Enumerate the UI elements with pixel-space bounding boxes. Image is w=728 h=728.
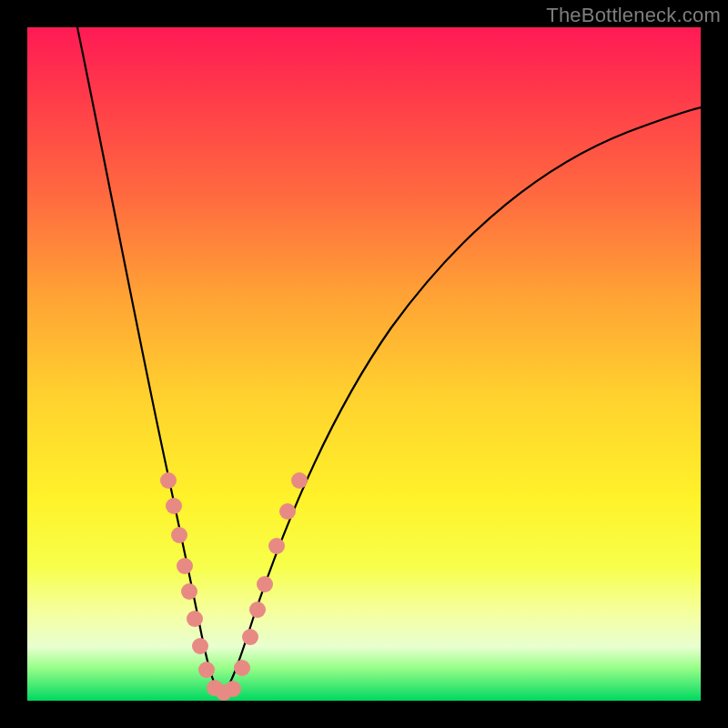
marker-dot <box>177 558 193 574</box>
curve-layer <box>27 27 701 701</box>
marker-dot <box>242 629 258 645</box>
marker-dot <box>234 660 250 676</box>
marker-dot <box>249 602 266 618</box>
marker-dot <box>279 503 296 520</box>
marker-dot <box>171 527 187 543</box>
marker-dot <box>187 611 203 627</box>
marker-dot <box>257 576 273 592</box>
marker-dot <box>166 498 182 514</box>
marker-dot <box>198 662 215 678</box>
bottleneck-curve-left <box>77 27 222 693</box>
marker-dot <box>160 472 177 489</box>
bottleneck-curve-right <box>222 107 701 693</box>
marker-dot <box>192 638 208 654</box>
watermark-text: TheBottleneck.com <box>546 4 721 27</box>
marker-dot <box>268 538 285 554</box>
plot-area <box>27 27 701 701</box>
curve-markers <box>160 472 308 701</box>
marker-dot <box>181 583 197 600</box>
marker-dot <box>291 472 308 489</box>
chart-frame: TheBottleneck.com <box>0 0 728 728</box>
marker-dot <box>225 681 241 697</box>
